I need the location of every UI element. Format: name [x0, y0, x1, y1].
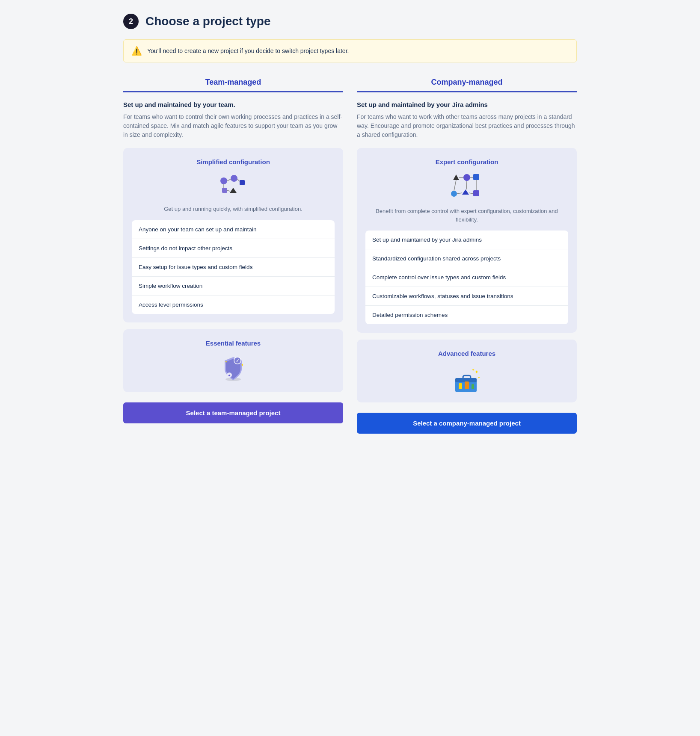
- svg-line-8: [227, 190, 230, 191]
- simplified-icon-area: [132, 172, 335, 198]
- essential-icon: ✓ ✦ ✦ ✦: [218, 354, 248, 384]
- company-managed-title: Company-managed: [431, 78, 502, 86]
- svg-point-1: [231, 175, 237, 182]
- expert-icon: [448, 172, 486, 200]
- team-feature-5: Access level permissions: [132, 296, 335, 314]
- svg-rect-18: [473, 174, 479, 180]
- company-managed-feature-list: Set up and maintained by your Jira admin…: [365, 231, 568, 324]
- essential-features-title: Essential features: [132, 340, 335, 347]
- columns-layout: Team-managed Set up and maintained by yo…: [123, 78, 577, 434]
- company-managed-header: Company-managed: [357, 78, 577, 92]
- step-badge: 2: [123, 14, 139, 29]
- warning-banner: ⚠️ You'll need to create a new project i…: [123, 39, 577, 62]
- advanced-icon: ✦ ✦ ✦: [451, 365, 483, 393]
- svg-marker-20: [462, 189, 469, 195]
- advanced-features-card: Advanced features ✦: [357, 340, 577, 402]
- expert-config-description: Benefit from complete control with exper…: [365, 207, 568, 224]
- select-company-managed-button[interactable]: Select a company-managed project: [357, 413, 577, 434]
- svg-text:✦: ✦: [475, 369, 479, 375]
- svg-rect-2: [240, 180, 245, 185]
- svg-rect-21: [473, 190, 479, 196]
- simplified-config-card: Simplified configuration: [123, 148, 343, 322]
- advanced-features-title: Advanced features: [365, 350, 568, 357]
- company-feature-5: Detailed permission schemes: [365, 306, 568, 324]
- svg-point-17: [463, 174, 470, 181]
- page-container: 2 Choose a project type ⚠️ You'll need t…: [123, 14, 577, 434]
- company-feature-4: Customizable workflows, statuses and iss…: [365, 287, 568, 306]
- team-managed-title: Team-managed: [205, 78, 261, 86]
- svg-text:✦: ✦: [228, 373, 231, 378]
- page-header: 2 Choose a project type: [123, 14, 577, 29]
- svg-line-25: [466, 181, 467, 189]
- svg-marker-16: [453, 174, 459, 180]
- simplified-icon: [216, 172, 250, 198]
- team-managed-subtitle-text: For teams who want to control their own …: [123, 112, 343, 139]
- svg-text:✦: ✦: [225, 360, 228, 364]
- svg-rect-34: [472, 384, 474, 389]
- team-managed-column: Team-managed Set up and maintained by yo…: [123, 78, 343, 434]
- svg-line-27: [469, 193, 473, 194]
- svg-text:✦: ✦: [240, 363, 244, 367]
- svg-line-3: [227, 179, 231, 181]
- company-feature-3: Complete control over issue types and cu…: [365, 268, 568, 287]
- expert-config-title: Expert configuration: [365, 158, 568, 166]
- team-feature-4: Simple workflow creation: [132, 277, 335, 296]
- team-feature-2: Settings do not impact other projects: [132, 239, 335, 258]
- svg-point-19: [451, 191, 457, 197]
- company-managed-column: Company-managed Set up and maintained by…: [357, 78, 577, 434]
- company-feature-1: Set up and maintained by your Jira admin…: [365, 231, 568, 249]
- simplified-config-title: Simplified configuration: [132, 158, 335, 166]
- advanced-icon-area: ✦ ✦ ✦: [365, 364, 568, 394]
- company-managed-subtitle-bold: Set up and maintained by your Jira admin…: [357, 101, 577, 108]
- svg-line-24: [454, 180, 456, 191]
- svg-text:✦: ✦: [478, 376, 481, 380]
- svg-text:✦: ✦: [472, 368, 475, 372]
- essential-features-card: Essential features ✓ ✦ ✦ ✦: [123, 329, 343, 392]
- team-managed-feature-list: Anyone on your team can set up and maint…: [132, 220, 335, 314]
- svg-text:✓: ✓: [236, 358, 239, 363]
- essential-icon-area: ✓ ✦ ✦ ✦: [132, 354, 335, 384]
- warning-icon: ⚠️: [131, 46, 142, 56]
- expert-icon-area: [365, 172, 568, 200]
- team-managed-header: Team-managed: [123, 78, 343, 92]
- select-team-managed-button[interactable]: Select a team-managed project: [123, 402, 343, 423]
- team-managed-subtitle-bold: Set up and maintained by your team.: [123, 101, 343, 108]
- page-title: Choose a project type: [145, 15, 271, 28]
- company-managed-subtitle-text: For teams who want to work with other te…: [357, 112, 577, 139]
- expert-config-card: Expert configuration: [357, 148, 577, 333]
- team-feature-1: Anyone on your team can set up and maint…: [132, 220, 335, 239]
- svg-rect-33: [465, 381, 469, 389]
- simplified-config-description: Get up and running quickly, with simplif…: [132, 205, 335, 213]
- warning-text: You'll need to create a new project if y…: [147, 47, 349, 54]
- svg-rect-32: [459, 383, 462, 389]
- team-feature-3: Easy setup for issue types and custom fi…: [132, 258, 335, 277]
- svg-marker-6: [230, 188, 237, 193]
- svg-line-4: [237, 179, 240, 181]
- svg-line-26: [457, 193, 462, 194]
- svg-rect-5: [222, 188, 227, 193]
- company-feature-2: Standardized configuration shared across…: [365, 249, 568, 268]
- svg-point-0: [220, 177, 227, 184]
- svg-rect-31: [463, 375, 471, 379]
